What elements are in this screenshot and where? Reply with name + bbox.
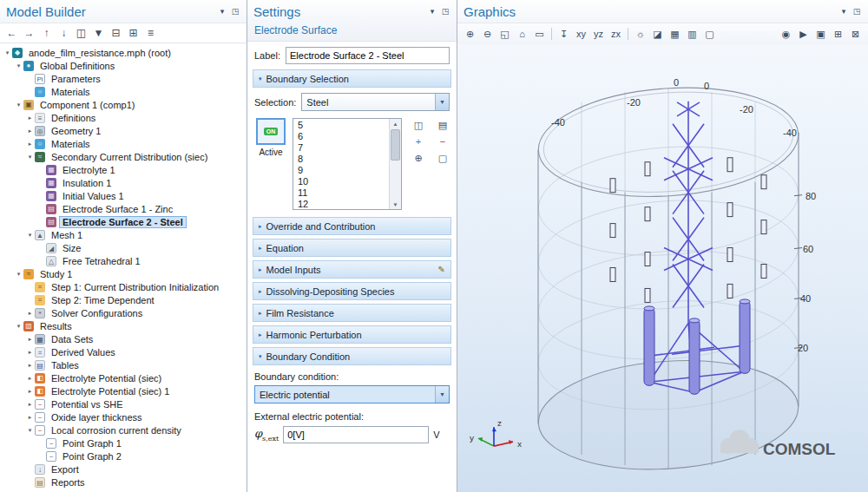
- go-to-default-view-icon[interactable]: ⌂: [514, 26, 530, 43]
- scrollbar-thumb[interactable]: [391, 129, 400, 161]
- view-xy-icon[interactable]: xy: [573, 26, 589, 43]
- tree-item-point-graph-1[interactable]: ~Point Graph 1: [0, 436, 247, 449]
- active-toggle-button[interactable]: ON: [256, 118, 286, 145]
- expand-arrow-icon[interactable]: ▸: [25, 128, 35, 134]
- selection-list-item[interactable]: 7: [293, 142, 389, 154]
- expand-all-icon[interactable]: ⊞: [125, 25, 141, 42]
- expand-arrow-icon[interactable]: ▸: [25, 362, 35, 369]
- select-box-icon[interactable]: ▢: [701, 26, 718, 43]
- zoom-to-selection-icon[interactable]: ⊕: [411, 151, 426, 165]
- color-legend-icon[interactable]: ▥: [684, 26, 700, 43]
- boundary-condition-combo[interactable]: Electric potential ▼: [254, 385, 450, 403]
- tree-item-oxide-layer-thickness[interactable]: ▸~Oxide layer thickness: [0, 410, 247, 423]
- tree-item-electrode-surface-1-zinc[interactable]: ▤Electrode Surface 1 - Zinc: [0, 202, 247, 215]
- tree-item-local-corrosion-current-density[interactable]: ▾~Local corrosion current density: [0, 423, 247, 436]
- active-toggle[interactable]: ON Active: [254, 118, 287, 157]
- zoom-in-icon[interactable]: ⊕: [462, 26, 478, 43]
- tree-item-reports[interactable]: ▤Reports: [0, 476, 247, 489]
- expand-arrow-icon[interactable]: ▸: [25, 141, 35, 148]
- tree-item-definitions[interactable]: ▸≡Definitions: [0, 111, 247, 124]
- tree-item-materials[interactable]: ▸○Materials: [0, 137, 247, 150]
- collapse-arrow-icon[interactable]: ▾: [14, 62, 23, 69]
- tree-item-data-sets[interactable]: ▸▦Data Sets: [0, 332, 247, 345]
- scroll-up-icon[interactable]: ▲: [393, 119, 398, 128]
- show-options-icon[interactable]: ◫: [73, 25, 89, 42]
- collapse-arrow-icon[interactable]: ▾: [14, 323, 23, 330]
- graphics-canvas[interactable]: 0 -20 -40 0 -20 -40 80 60 40 20: [457, 44, 868, 492]
- selection-list-scrollbar[interactable]: ▲ ▼: [389, 119, 401, 209]
- tree-item-export[interactable]: ↓Export: [0, 462, 247, 476]
- detach-panel-icon[interactable]: ◳: [852, 6, 862, 16]
- detach-panel-icon[interactable]: ◳: [230, 6, 240, 16]
- tree-item-initial-values-1[interactable]: ▦Initial Values 1: [0, 189, 247, 202]
- go-to-view-icon[interactable]: ↧: [556, 26, 572, 43]
- plot-window-icon[interactable]: ▣: [812, 26, 829, 43]
- view-zx-icon[interactable]: zx: [608, 26, 624, 43]
- tree-item-global-definitions[interactable]: ▾●Global Definitions: [0, 59, 247, 72]
- collapse-arrow-icon[interactable]: ▾: [3, 49, 12, 56]
- image-snapshot-icon[interactable]: ◉: [778, 26, 794, 43]
- collapse-arrow-icon[interactable]: ▾: [25, 232, 35, 239]
- detach-panel-icon[interactable]: ◳: [440, 6, 450, 16]
- selection-list-item[interactable]: 5: [293, 120, 389, 131]
- panel-menu-icon[interactable]: ▾: [838, 6, 849, 16]
- tree-item-electrolyte-potential-siec-1[interactable]: ▸◧Electrolyte Potential (siec) 1: [0, 384, 247, 397]
- close-graphics-icon[interactable]: ⊠: [847, 26, 864, 43]
- expand-arrow-icon[interactable]: ▸: [25, 414, 35, 421]
- zoom-box-icon[interactable]: ▭: [531, 26, 548, 43]
- animation-icon[interactable]: ▶: [795, 26, 812, 43]
- edit-model-inputs-icon[interactable]: ✎: [438, 265, 445, 274]
- view-yz-icon[interactable]: yz: [590, 26, 607, 43]
- forward-icon[interactable]: →: [21, 25, 37, 42]
- wireframe-icon[interactable]: ▦: [667, 26, 683, 43]
- tree-item-secondary-current-distribution-siec[interactable]: ▾≈Secondary Current Distribution (siec): [0, 150, 247, 163]
- selection-list-item[interactable]: 10: [293, 176, 389, 187]
- chevron-down-icon[interactable]: ▼: [435, 386, 449, 403]
- tree-item-electrolyte-potential-siec[interactable]: ▸◧Electrolyte Potential (siec): [0, 371, 247, 384]
- expand-arrow-icon[interactable]: ▸: [25, 401, 35, 408]
- section-model-inputs[interactable]: ▸Model Inputs✎: [253, 260, 451, 279]
- tree-item-anode-film-resistance-mph-root[interactable]: ▾◆anode_film_resistance.mph (root): [0, 46, 247, 59]
- expand-arrow-icon[interactable]: ▸: [25, 310, 35, 317]
- scene-light-icon[interactable]: ☼: [632, 26, 648, 43]
- section-override-and-contribution[interactable]: ▸Override and Contribution: [253, 217, 451, 235]
- zoom-out-icon[interactable]: ⊖: [479, 26, 496, 43]
- expand-arrow-icon[interactable]: ▸: [25, 336, 35, 343]
- selection-list-item[interactable]: 8: [293, 154, 389, 165]
- collapse-arrow-icon[interactable]: ▾: [25, 427, 35, 434]
- move-up-icon[interactable]: ↑: [38, 25, 55, 42]
- section-equation[interactable]: ▸Equation: [253, 239, 451, 257]
- zoom-extents-icon[interactable]: ◱: [496, 26, 513, 43]
- panel-menu-icon[interactable]: ▾: [427, 6, 437, 16]
- tree-item-component-1-comp1[interactable]: ▾▣Component 1 (comp1): [0, 98, 247, 111]
- collapse-arrow-icon[interactable]: ▾: [14, 102, 23, 108]
- paste-selection-icon[interactable]: ▤: [435, 118, 450, 132]
- section-dissolving-depositing-species[interactable]: ▸Dissolving-Depositing Species: [253, 282, 451, 300]
- tree-item-insulation-1[interactable]: ▦Insulation 1: [0, 176, 247, 189]
- tree-item-free-tetrahedral-1[interactable]: △Free Tetrahedral 1: [0, 254, 247, 267]
- add-to-selection-icon[interactable]: +: [411, 134, 426, 148]
- move-down-icon[interactable]: ↓: [56, 25, 72, 42]
- expand-arrow-icon[interactable]: ▸: [25, 349, 35, 356]
- external-potential-input[interactable]: [283, 426, 429, 443]
- selection-combo[interactable]: Steel ▼: [301, 93, 450, 111]
- tile-windows-icon[interactable]: ⊞: [830, 26, 846, 43]
- tree-item-tables[interactable]: ▸▤Tables: [0, 358, 247, 371]
- selection-list-item[interactable]: 12: [293, 199, 389, 209]
- tree-menu-icon[interactable]: ≡: [142, 25, 159, 42]
- transparency-icon[interactable]: ◪: [649, 26, 666, 43]
- tree-item-point-graph-2[interactable]: ~Point Graph 2: [0, 449, 247, 462]
- scroll-down-icon[interactable]: ▼: [393, 200, 398, 209]
- tree-item-step-1-current-distribution-initialization[interactable]: =Step 1: Current Distribution Initializa…: [0, 280, 247, 293]
- label-input[interactable]: [286, 47, 450, 64]
- deselect-all-icon[interactable]: ▢: [435, 151, 450, 165]
- selection-list-item[interactable]: 9: [293, 165, 389, 176]
- tree-item-parameters[interactable]: PiParameters: [0, 72, 247, 85]
- tree-item-solver-configurations[interactable]: ▸*Solver Configurations: [0, 306, 247, 319]
- section-harmonic-perturbation[interactable]: ▸Harmonic Perturbation: [253, 325, 451, 344]
- tree-item-mesh-1[interactable]: ▾▲Mesh 1: [0, 228, 247, 241]
- tree-item-geometry-1[interactable]: ▸◎Geometry 1: [0, 124, 247, 137]
- section-film-resistance[interactable]: ▸Film Resistance: [253, 304, 451, 322]
- selection-list-item[interactable]: 6: [293, 131, 389, 142]
- tree-item-study-1[interactable]: ▾≈Study 1: [0, 267, 247, 280]
